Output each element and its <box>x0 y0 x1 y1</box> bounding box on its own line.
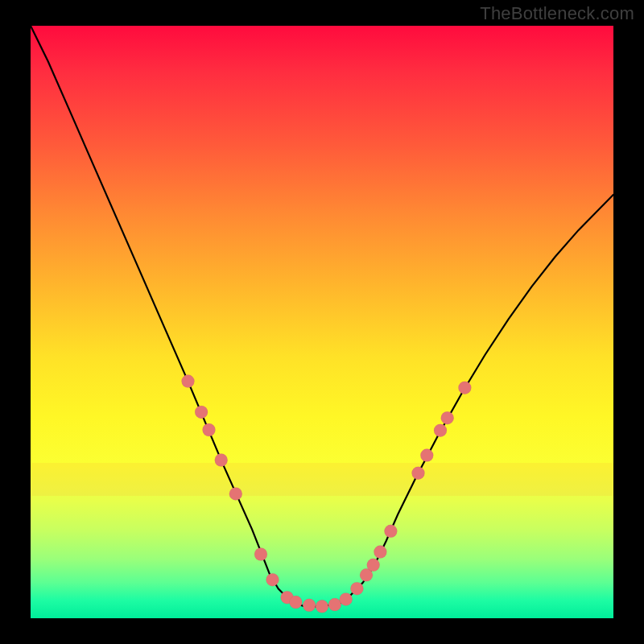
watermark-text: TheBottleneck.com <box>480 3 634 24</box>
plot-area <box>31 26 613 618</box>
chart-frame: TheBottleneck.com <box>0 0 644 644</box>
